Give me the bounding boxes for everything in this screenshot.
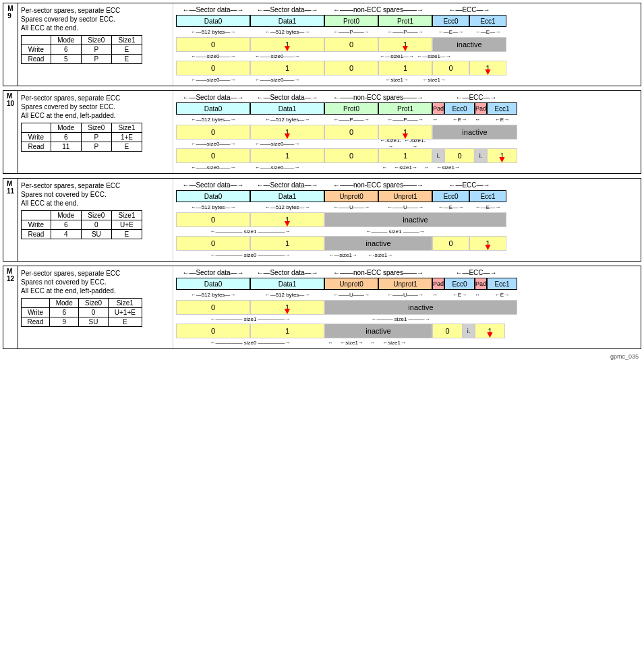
m10-r-prot0: 0	[324, 148, 378, 163]
title3-m10: All ECC at the end, left-padded.	[21, 111, 170, 120]
m10-col-data0: Data0	[176, 102, 250, 115]
right-panel-m11: ←—Sector data—→ ←—Sector data—→ ←——non-E…	[173, 179, 641, 261]
m10-col-ecc0: Ecc0	[444, 102, 475, 115]
m10-br-512-2: ←—512 bytes—→	[250, 117, 324, 123]
right-panel-m10: ←—Sector data—→ ←—Sector data—→ ←——non-E…	[173, 91, 641, 173]
m11-col-data0: Data0	[176, 190, 250, 202]
m11-w-data0: 0	[176, 212, 250, 227]
br-e2: ←—E—→	[469, 29, 506, 35]
m10-br-512-1: ←—512 bytes—→	[176, 117, 250, 123]
r-data0-m9: 0	[176, 61, 250, 75]
section-m12: M12 Per-sector spares, separate ECC Spar…	[3, 266, 641, 349]
m10-col-prot1: Prot1	[378, 102, 432, 115]
title1-m10: Per-sector spares, separate ECC	[21, 94, 170, 102]
m10-r-data1: 1	[250, 148, 324, 163]
br-p1: ←——P——→	[324, 29, 378, 35]
br-512-1: ←—512 bytes—→	[176, 29, 250, 35]
m12-ws-s1-span: ←————— size1 —————→	[176, 316, 324, 322]
m10-col-pad2: Pad	[475, 102, 487, 115]
m10-ws-s0-2: ←——size0——→	[250, 141, 304, 147]
m12-br-pad1: ↔	[432, 292, 444, 298]
m11-br-e1: ←—E—→	[432, 204, 469, 210]
m12-col-ecc0: Ecc0	[444, 278, 475, 290]
m12-br-pad2: ↔	[475, 292, 487, 298]
m12-br-u2: ←——U——→	[378, 292, 432, 298]
ws-size1-2: ←—size1—→	[415, 53, 452, 59]
col-ecc0: Ecc0	[432, 15, 469, 27]
rs-size0-2: ←——size0——→	[250, 77, 304, 83]
title3-m9: All ECC at the end.	[21, 24, 170, 32]
sector-data-arrow-1: ←—Sector data—→	[176, 6, 250, 13]
rs-size0-1: ←——size0——→	[176, 77, 250, 83]
m12-col-pad1: Pad	[432, 278, 444, 290]
w-prot0-m9: 0	[324, 37, 378, 52]
m12-ecc: ←—ECC—→	[432, 269, 520, 276]
right-panel-m12: ←—Sector data—→ ←—Sector data—→ ←——non-E…	[173, 266, 641, 348]
rs-size1-2: ←size1→	[415, 77, 452, 83]
section-id-m11: M11	[3, 179, 18, 261]
mode-table-m11: ModeSize0Size1 Write60U+E Read4SUE	[21, 210, 142, 239]
ecc-arrow: ←—ECC—→	[432, 6, 506, 13]
m11-col-ecc1: Ecc1	[469, 190, 506, 202]
w-data1-m9: 1▼	[250, 37, 324, 52]
ws-size0-1: ←——size0——→	[176, 53, 250, 59]
m12-rs-s0: ←————— size0 —————→	[176, 340, 324, 346]
m10-col-prot0: Prot0	[324, 102, 378, 115]
r-ecc0-m9: 0	[432, 61, 469, 75]
m12-br-e2: ←E→	[487, 292, 517, 298]
m11-r-data0: 0	[176, 236, 250, 251]
section-m9: M9 Per-sector spares, separate ECC Spare…	[3, 3, 641, 86]
m11-col-data1: Data1	[250, 190, 324, 202]
section-m10: M10 Per-sector spares, separate ECC Spar…	[3, 90, 641, 174]
m12-br-u1: ←——U——→	[324, 292, 378, 298]
left-panel-m10: Per-sector spares, separate ECC Spares c…	[18, 91, 173, 173]
title3-m12: All ECC at the end, left-padded.	[21, 286, 170, 295]
m12-br-e1: ←E→	[444, 292, 475, 298]
title1-m11: Per-sector spares, separate ECC	[21, 181, 170, 190]
m11-br-u2: ←——U——→	[378, 204, 432, 210]
left-panel-m11: Per-sector spares, separate ECC Spares n…	[18, 179, 173, 261]
m11-r-data1: 1	[250, 236, 324, 251]
m11-col-unprot0: Unprot0	[324, 190, 378, 202]
section-id-m9: M9	[3, 3, 18, 86]
m10-ws-s0-1: ←——size0——→	[176, 141, 250, 147]
m10-br-e2: ←E→	[487, 117, 517, 123]
m12-col-unprot1: Unprot1	[378, 278, 432, 290]
m11-non-ecc: ←——non-ECC spares——→	[324, 181, 432, 189]
m10-br-p1: ←——P——→	[324, 117, 378, 123]
m10-col-ecc1: Ecc1	[487, 102, 517, 115]
left-panel-m12: Per-sector spares, separate ECC Spares n…	[18, 266, 173, 348]
m11-sector-2: ←—Sector data—→	[250, 181, 324, 189]
ws-size0-2: ←——size0——→	[250, 53, 304, 59]
r-prot1-m9: 1	[378, 61, 432, 75]
m12-non-ecc: ←——non-ECC spares——→	[324, 269, 432, 276]
m11-rs-s1-2: ←-size1→	[361, 252, 399, 258]
m10-r-prot1: 1	[378, 148, 432, 163]
col-data0: Data0	[176, 15, 250, 27]
col-ecc1: Ecc1	[469, 15, 506, 27]
title1-m9: Per-sector spares, separate ECC	[21, 6, 170, 15]
m11-rs-s1-1: ←—size1→	[324, 252, 361, 258]
m10-w-data1: 1▼	[250, 125, 324, 140]
m11-r-ecc0: 0	[432, 236, 469, 251]
m12-br-512-2: ←—512 bytes—→	[250, 292, 324, 298]
title2-m9: Spares covered by sector ECC.	[21, 15, 170, 24]
m12-col-data1: Data1	[250, 278, 324, 290]
mode-table-m12: ModeSize0Size1 Write60U+1+E Read9SUE	[21, 298, 142, 327]
m10-r-ecc1: 1▼	[487, 148, 517, 163]
section-id-m12: M12	[3, 266, 18, 348]
m10-col-pad1: Pad	[432, 102, 444, 115]
sector-data-arrow-2: ←—Sector data—→	[250, 6, 324, 13]
m10-w-prot0: 0	[324, 125, 378, 140]
m10-sector-2: ←—Sector data—→	[250, 94, 324, 101]
title1-m12: Per-sector spares, separate ECC	[21, 269, 170, 278]
r-data1-m9: 1	[250, 61, 324, 75]
footer: gpmc_035	[3, 353, 641, 360]
m11-rs-s0: ←————— size0 —————→	[176, 252, 324, 258]
section-id-m10: M10	[3, 91, 18, 173]
m10-w-inactive: inactive	[432, 125, 517, 140]
m10-col-data1: Data1	[250, 102, 324, 115]
m11-ecc: ←—ECC—→	[432, 181, 506, 189]
m12-br-512-1: ←—512 bytes—→	[176, 292, 250, 298]
m12-w-data0: 0	[176, 300, 250, 315]
